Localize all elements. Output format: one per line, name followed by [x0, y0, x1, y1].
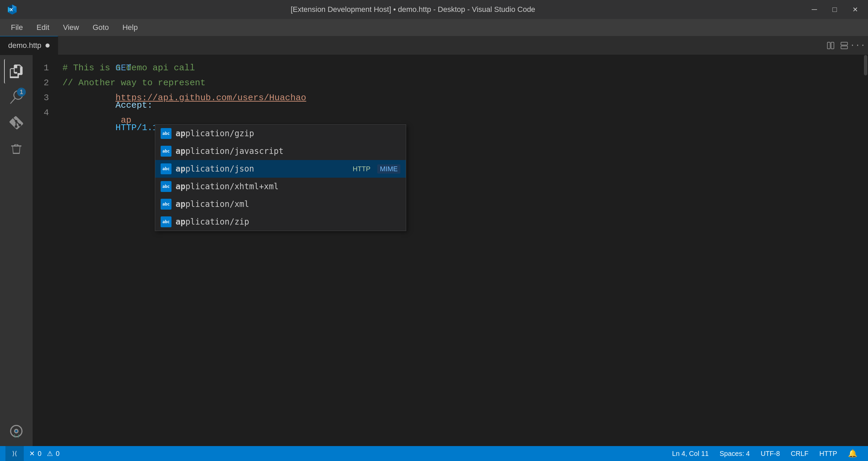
editor-layout-button[interactable] — [838, 39, 850, 52]
menubar: File Edit View Goto Help — [0, 19, 868, 36]
svg-rect-7 — [831, 42, 834, 49]
autocomplete-item-0[interactable]: abc application/gzip — [155, 125, 406, 142]
ac-type-2: HTTP — [353, 165, 370, 173]
ac-text-0: application/gzip — [176, 129, 400, 138]
status-notifications[interactable]: 🔔 — [843, 446, 863, 461]
statusbar-right: Ln 4, Col 11 Spaces: 4 UTF-8 CRLF HTTP 🔔 — [667, 446, 863, 461]
scrollbar-thumb[interactable] — [864, 55, 867, 75]
titlebar-controls: ─ □ ✕ — [808, 3, 861, 16]
menu-goto[interactable]: Goto — [87, 21, 114, 34]
activity-remote[interactable]: ⟩⟨ — [4, 419, 29, 443]
titlebar: X [Extension Development Host] • demo.ht… — [0, 0, 868, 19]
status-line-ending[interactable]: CRLF — [785, 446, 814, 461]
line-number-4: 4 — [33, 105, 60, 120]
statusbar-left: ⟩⟨ ✕ 0 ⚠ 0 — [5, 446, 65, 461]
tab-demo-http[interactable]: demo.http — [0, 36, 58, 55]
tabbar: demo.http ··· — [0, 36, 868, 55]
position-text: Ln 4, Col 11 — [672, 450, 709, 458]
activity-search[interactable]: 1 — [4, 85, 29, 109]
line-number-1: 1 — [33, 60, 60, 75]
tabbar-actions: ··· — [820, 36, 868, 55]
autocomplete-item-5[interactable]: abc application/zip — [155, 213, 406, 231]
svg-rect-8 — [841, 42, 847, 45]
menu-edit[interactable]: Edit — [31, 21, 55, 34]
minimize-button[interactable]: ─ — [808, 3, 820, 16]
more-actions-button[interactable]: ··· — [852, 39, 864, 52]
language-text: HTTP — [819, 450, 837, 458]
warning-count: 0 — [56, 450, 59, 458]
menu-help[interactable]: Help — [117, 21, 143, 34]
menu-view[interactable]: View — [57, 21, 84, 34]
code-method: GET — [115, 63, 131, 73]
line-number-3: 3 — [33, 90, 60, 105]
spaces-text: Spaces: 4 — [720, 450, 750, 458]
remote-icon: ⟩⟨ — [12, 450, 17, 457]
line-number-2: 2 — [33, 75, 60, 90]
ac-icon-2: abc — [161, 163, 171, 174]
ac-icon-0: abc — [161, 128, 171, 139]
status-language[interactable]: HTTP — [814, 446, 843, 461]
activity-extensions[interactable] — [4, 137, 29, 161]
menu-file[interactable]: File — [5, 21, 28, 34]
autocomplete-item-1[interactable]: abc application/javascript — [155, 142, 406, 160]
activity-git[interactable] — [4, 111, 29, 135]
svg-point-12 — [15, 430, 18, 432]
scrollbar-right[interactable] — [861, 55, 868, 446]
code-header-key: Accept: — [115, 100, 152, 110]
code-header-val: ap — [115, 115, 131, 125]
ac-source-2: MIME — [377, 164, 400, 174]
ac-icon-3: abc — [161, 181, 171, 192]
editor-area[interactable]: 1 # This is a demo api call 2 // Another… — [33, 55, 868, 446]
ac-icon-1: abc — [161, 146, 171, 157]
svg-rect-9 — [841, 46, 847, 49]
ac-icon-5: abc — [161, 216, 171, 227]
ac-text-4: application/xml — [176, 199, 400, 209]
statusbar: ⟩⟨ ✕ 0 ⚠ 0 Ln 4, Col 11 Spaces: 4 UTF-8 … — [0, 446, 868, 461]
ac-text-2: application/json — [176, 164, 346, 174]
search-badge: 1 — [17, 88, 26, 96]
status-remote[interactable]: ⟩⟨ — [5, 446, 24, 461]
code-line-4: 4 Accept: ap — [33, 105, 868, 120]
status-spaces[interactable]: Spaces: 4 — [714, 446, 755, 461]
autocomplete-item-4[interactable]: abc application/xml — [155, 195, 406, 213]
svg-text:X: X — [10, 7, 13, 12]
autocomplete-item-3[interactable]: abc application/xhtml+xml — [155, 178, 406, 195]
close-button[interactable]: ✕ — [849, 3, 861, 16]
maximize-button[interactable]: □ — [829, 3, 841, 16]
code-container: 1 # This is a demo api call 2 // Another… — [33, 55, 868, 126]
tab-modified-dot — [46, 43, 50, 48]
activity-explorer[interactable] — [4, 59, 29, 84]
vscode-icon: X — [7, 4, 18, 15]
error-count: 0 — [38, 450, 41, 458]
svg-text:⟩⟨: ⟩⟨ — [13, 433, 20, 438]
titlebar-title: [Extension Development Host] • demo.http… — [22, 5, 804, 14]
activity-bar: 1 ⟩⟨ — [0, 55, 33, 446]
tab-filename: demo.http — [8, 41, 41, 50]
ac-icon-4: abc — [161, 199, 171, 210]
status-position[interactable]: Ln 4, Col 11 — [667, 446, 714, 461]
split-editor-button[interactable] — [825, 39, 837, 52]
autocomplete-item-2[interactable]: abc application/json HTTP MIME — [155, 160, 406, 178]
svg-rect-6 — [827, 42, 830, 49]
line-ending-text: CRLF — [791, 450, 809, 458]
ac-text-3: application/xhtml+xml — [176, 182, 400, 191]
ac-text-1: application/javascript — [176, 146, 400, 156]
status-encoding[interactable]: UTF-8 — [755, 446, 785, 461]
error-icon: ✕ — [29, 449, 35, 458]
ac-text-5: application/zip — [176, 217, 400, 227]
autocomplete-dropdown[interactable]: abc application/gzip abc application/jav… — [155, 124, 406, 231]
status-errors[interactable]: ✕ 0 ⚠ 0 — [24, 446, 65, 461]
main-layout: 1 ⟩⟨ 1 # This is a demo api call — [0, 55, 868, 446]
encoding-text: UTF-8 — [761, 450, 780, 458]
warning-icon: ⚠ — [47, 449, 53, 458]
